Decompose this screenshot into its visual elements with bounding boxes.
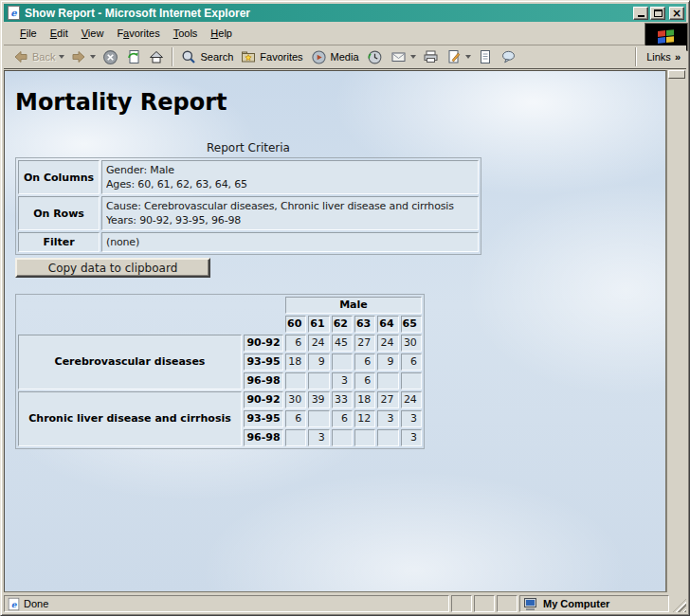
menu-item-view[interactable]: View [75, 25, 111, 42]
value-cell: 6 [332, 410, 353, 427]
value-cell: 3 [308, 429, 329, 446]
value-cell: 24 [308, 335, 329, 352]
maximize-button[interactable] [650, 7, 665, 20]
menu-bar: File Edit View Favorites Tools Help [4, 22, 686, 45]
value-cell [354, 429, 375, 446]
menu-item-tools[interactable]: Tools [167, 25, 205, 42]
menu-item-favorites[interactable]: Favorites [110, 25, 166, 42]
page-title: Mortality Report [15, 89, 665, 116]
links-label[interactable]: Links [646, 51, 671, 63]
criteria-line: Cause: Cerebrovascular diseases, Chronic… [106, 199, 474, 213]
mortality-data-table: Male 60 61 62 63 64 65 Cerebrovascular d… [15, 294, 425, 449]
refresh-button[interactable] [122, 47, 145, 66]
home-button[interactable] [145, 47, 168, 66]
page-content: Mortality Report Report Criteria On Colu… [4, 70, 666, 592]
criteria-row: On Columns Gender: Male Ages: 60, 61, 62… [18, 160, 479, 194]
value-cell: 6 [354, 372, 375, 390]
speech-bubble-icon [500, 49, 517, 64]
close-icon: × [670, 8, 683, 19]
menu-item-edit[interactable]: Edit [44, 25, 75, 42]
history-icon [367, 49, 383, 65]
mail-button[interactable] [387, 47, 410, 66]
mail-icon [390, 49, 407, 64]
back-button[interactable]: Back [9, 47, 59, 66]
criteria-table: On Columns Gender: Male Ages: 60, 61, 62… [15, 157, 481, 255]
disease-name-cell: Cerebrovascular diseases [18, 335, 242, 390]
criteria-line: Gender: Male [106, 163, 474, 177]
back-dropdown-icon[interactable] [59, 55, 64, 59]
value-cell: 45 [332, 335, 353, 352]
mail-dropdown-icon[interactable] [410, 55, 416, 59]
status-panel-main: e Done [4, 595, 449, 612]
scrollbar-track[interactable] [666, 70, 686, 592]
history-button[interactable] [363, 47, 387, 67]
search-icon [181, 49, 196, 64]
value-cell: 30 [285, 391, 306, 408]
menu-item-help[interactable]: Help [204, 25, 239, 42]
disease-name-cell: Chronic liver disease and cirrhosis [18, 391, 242, 446]
criteria-value: Cause: Cerebrovascular diseases, Chronic… [101, 196, 479, 230]
status-bar: e Done My Computer [4, 593, 686, 612]
blank-corner-cell [18, 297, 283, 333]
stop-button[interactable] [99, 47, 122, 67]
home-icon [149, 49, 164, 64]
status-panel [451, 595, 472, 612]
criteria-line: Years: 90-92, 93-95, 96-98 [106, 213, 474, 227]
value-cell [377, 429, 398, 446]
search-button[interactable]: Search [177, 47, 237, 66]
minimize-icon [638, 15, 645, 17]
value-cell: 6 [354, 353, 375, 371]
copy-clipboard-button[interactable]: Copy data to clipboard [15, 258, 210, 278]
male-group-header: Male [285, 297, 422, 314]
favorites-button[interactable]: Favorites [237, 47, 306, 66]
criteria-label: On Rows [18, 196, 100, 230]
window-title: Show Report - Microsoft Internet Explore… [25, 7, 633, 20]
status-text: Done [24, 598, 48, 609]
messenger-button[interactable] [497, 47, 520, 66]
edit-button[interactable] [443, 47, 465, 66]
value-cell: 12 [354, 410, 375, 427]
links-bar[interactable]: Links » [631, 47, 686, 66]
security-zone-panel: My Computer [519, 595, 669, 612]
value-cell: 3 [332, 372, 353, 390]
print-icon [423, 49, 439, 64]
resize-grip[interactable] [673, 599, 686, 612]
age-header: 62 [332, 316, 353, 333]
value-cell: 33 [332, 391, 353, 408]
favorites-label: Favorites [260, 51, 302, 63]
document-icon [478, 49, 493, 64]
media-icon [311, 49, 327, 65]
value-cell: 6 [401, 353, 422, 371]
media-button[interactable]: Media [307, 47, 363, 67]
menu-item-file[interactable]: File [13, 25, 44, 42]
year-cell: 93-95 [244, 410, 283, 427]
value-cell: 27 [354, 335, 375, 352]
favorites-icon [241, 49, 256, 64]
value-cell: 3 [401, 410, 422, 427]
value-cell: 3 [401, 429, 422, 446]
value-cell: 24 [401, 391, 422, 408]
criteria-value: (none) [101, 232, 479, 252]
forward-button[interactable] [67, 47, 90, 66]
age-header: 63 [354, 316, 375, 333]
discuss-button[interactable] [474, 47, 497, 66]
maximize-icon [654, 9, 663, 17]
forward-dropdown-icon[interactable] [90, 55, 96, 59]
value-cell [401, 372, 422, 390]
links-chevron-icon[interactable]: » [675, 51, 681, 63]
year-cell: 96-98 [244, 372, 283, 390]
report-criteria-caption: Report Criteria [15, 141, 481, 154]
minimize-button[interactable] [633, 7, 648, 20]
value-cell: 3 [377, 410, 398, 427]
value-cell: 6 [285, 410, 306, 427]
value-cell: 24 [377, 335, 398, 352]
back-arrow-icon [13, 49, 28, 64]
age-header: 60 [285, 316, 306, 333]
criteria-value: Gender: Male Ages: 60, 61, 62, 63, 64, 6… [101, 160, 479, 194]
value-cell [332, 429, 353, 446]
close-button[interactable]: × [669, 7, 684, 20]
back-label: Back [32, 51, 55, 63]
edit-dropdown-icon[interactable] [465, 55, 471, 59]
print-button[interactable] [419, 47, 443, 66]
scrollbar-remnant[interactable] [668, 70, 685, 79]
